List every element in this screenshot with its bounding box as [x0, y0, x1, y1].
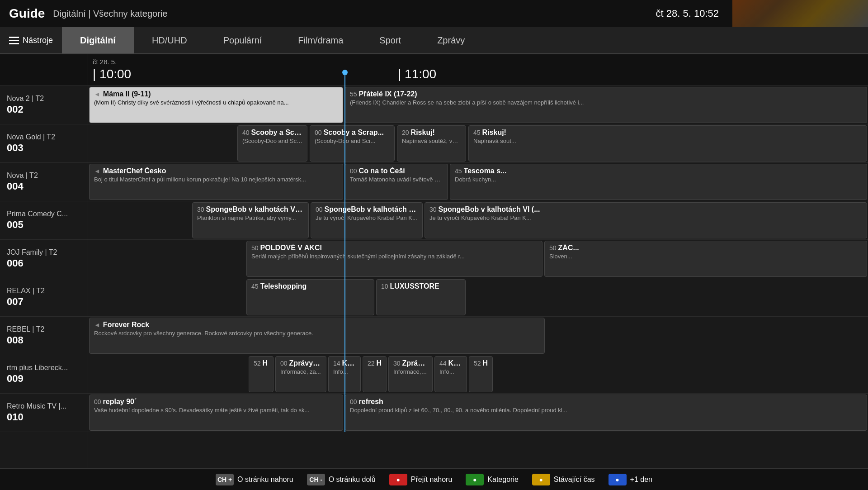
channel-006[interactable]: JOJ Family | T2 006	[0, 240, 88, 278]
timeline-header: čt 28. 5. | 10:00 | 11:00	[88, 54, 868, 86]
current-time-line	[344, 86, 345, 432]
channel-002-name: Nova 2 | T2	[7, 95, 81, 103]
channel-002[interactable]: Nova 2 | T2 002	[0, 86, 88, 124]
bottom-item-blue: ● +1 den	[609, 474, 652, 485]
bottom-item-green: ● Kategorie	[466, 474, 519, 485]
program-cell[interactable]: 55 Přátelé IX (17-22) (Friends IX) Chand…	[345, 87, 867, 123]
channel-010-name: Retro Music TV |...	[7, 402, 81, 410]
program-cell[interactable]: 52 Hr...	[469, 356, 493, 392]
bottom-label-red: Přejít nahoru	[411, 476, 453, 484]
channel-004-number: 004	[7, 181, 81, 192]
program-cell[interactable]: 45 Teleshopping	[246, 279, 374, 315]
channel-007[interactable]: RELAX | T2 007	[0, 278, 88, 317]
channel-009-name: rtm plus Libereck...	[7, 364, 81, 372]
channel-list: Nova 2 | T2 002 Nova Gold | T2 003 Nova …	[0, 54, 88, 468]
menu-button[interactable]: Nástroje	[0, 27, 62, 53]
program-cell[interactable]: 00 Scooby a Scrap... (Scooby-Doo and Scr…	[310, 125, 395, 162]
app-title: Guide	[9, 6, 45, 21]
channel-010[interactable]: Retro Music TV |... 010	[0, 394, 88, 432]
channel-004[interactable]: Nova | T2 004	[0, 163, 88, 201]
program-cell[interactable]: 45 Riskuj! Napínavá sout...	[468, 125, 867, 162]
program-cell[interactable]: ◄ Forever Rock Rockové srdcovky pro všec…	[89, 318, 545, 354]
bottom-item-ch-plus: CH + O stránku nahoru	[216, 474, 293, 485]
program-row-009: 52 Hr... 00 Zprávy z ... Informace, za..…	[88, 355, 868, 394]
channel-005[interactable]: Prima Comedy C... 005	[0, 201, 88, 240]
program-cell[interactable]: 30 SpongeBob v kalhotách VI (... Je tu v…	[425, 202, 867, 238]
channel-010-number: 010	[7, 411, 81, 423]
program-cell[interactable]: 00 replay 90´ Vaše hudební dopoledne s 9…	[89, 395, 343, 431]
badge-ch-plus: CH +	[216, 474, 234, 485]
channel-003-number: 003	[7, 142, 81, 154]
channel-008[interactable]: REBEL | T2 008	[0, 317, 88, 355]
channel-005-name: Prima Comedy C...	[7, 210, 81, 218]
timeline-time-1100: | 11:00	[398, 67, 436, 81]
program-cell[interactable]: ◄ Máma II (9-11) (Mom II) Christy díky s…	[89, 87, 343, 123]
preview-thumbnail	[732, 0, 868, 27]
program-cell[interactable]: 10 LUXUSSTORE	[376, 279, 466, 315]
program-row-002: ◄ Máma II (9-11) (Mom II) Christy díky s…	[88, 86, 868, 124]
bottom-label-green: Kategorie	[487, 476, 519, 484]
tab-news[interactable]: Zprávy	[419, 27, 483, 53]
program-cell[interactable]: 00 Zprávy z ... Informace, za...	[275, 356, 326, 392]
program-row-008: ◄ Forever Rock Rockové srdcovky pro všec…	[88, 317, 868, 355]
guide-container: Nova 2 | T2 002 Nova Gold | T2 003 Nova …	[0, 54, 868, 468]
program-cell[interactable]: 00 Co na to Češi Tomáš Matonoha uvádí sv…	[345, 164, 448, 200]
channel-006-name: JOJ Family | T2	[7, 248, 81, 257]
program-cell[interactable]: 44 Kra... Info...	[434, 356, 467, 392]
bottom-label-ch-minus: O stránku dolů	[329, 476, 376, 484]
channel-007-number: 007	[7, 296, 81, 308]
timeline-current-indicator	[344, 72, 345, 86]
program-cell[interactable]: 20 Riskuj! Napínavá soutěž, ve které Ja.…	[397, 125, 466, 162]
channel-002-number: 002	[7, 104, 81, 115]
tab-sport[interactable]: Sport	[361, 27, 419, 53]
program-cell[interactable]: 30 Zprávy z ... Informace, za...	[388, 356, 433, 392]
program-row-003: 40 Scooby a Scrapp... (Scooby-Doo and Sc…	[88, 124, 868, 163]
program-row-005: 30 SpongeBob v kalhotách VI (... Plankto…	[88, 201, 868, 240]
tab-hd[interactable]: HD/UHD	[134, 27, 205, 53]
channel-005-number: 005	[7, 219, 81, 231]
badge-blue: ●	[609, 474, 627, 485]
program-grid: čt 28. 5. | 10:00 | 11:00 ◄ Máma II (9-1…	[88, 54, 868, 468]
badge-red: ●	[389, 474, 407, 485]
bottom-label-ch-plus: O stránku nahoru	[237, 476, 293, 484]
channel-003[interactable]: Nova Gold | T2 003	[0, 124, 88, 163]
badge-yellow: ●	[532, 474, 550, 485]
channel-003-name: Nova Gold | T2	[7, 133, 81, 141]
tab-film[interactable]: Film/drama	[280, 27, 361, 53]
tab-digital[interactable]: Digitální	[62, 27, 134, 53]
timeline-time-1000: | 10:00	[93, 67, 131, 81]
channel-004-name: Nova | T2	[7, 171, 81, 180]
channel-008-number: 008	[7, 334, 81, 346]
bottom-bar: CH + O stránku nahoru CH - O stránku dol…	[0, 468, 868, 490]
program-cell[interactable]: 40 Scooby a Scrapp... (Scooby-Doo and Sc…	[237, 125, 307, 162]
program-row-007: 45 Teleshopping 10 LUXUSSTORE	[88, 278, 868, 317]
menu-label: Nástroje	[23, 36, 53, 45]
program-cell[interactable]: ◄ MasterChef Česko Boj o titul MasterChe…	[89, 164, 343, 200]
badge-green: ●	[466, 474, 484, 485]
channel-header	[0, 54, 88, 86]
program-cell[interactable]: 52 Hr...	[249, 356, 274, 392]
program-cell[interactable]: 00 refresh Dopolední proud klipů z let 6…	[345, 395, 867, 431]
timeline-dot	[342, 70, 348, 75]
program-row-004: ◄ MasterChef Česko Boj o titul MasterChe…	[88, 163, 868, 201]
channel-009[interactable]: rtm plus Libereck... 009	[0, 355, 88, 394]
program-cell[interactable]: 22 Hr...	[363, 356, 387, 392]
program-row-006: 50 POLDOVÉ V AKCI Seriál malých příběhů …	[88, 240, 868, 278]
program-cell[interactable]: 50 POLDOVÉ V AKCI Seriál malých příběhů …	[246, 241, 542, 277]
nav-bar: Nástroje Digitální HD/UHD Populární Film…	[0, 27, 868, 54]
program-row-010: 00 replay 90´ Vaše hudební dopoledne s 9…	[88, 394, 868, 432]
program-cell[interactable]: 45 Tescoma s... Dobrá kuchyn...	[450, 164, 867, 200]
bottom-item-yellow: ● Stávající čas	[532, 474, 595, 485]
program-cell[interactable]: 50 ZÁC... Sloven...	[544, 241, 867, 277]
tab-popular[interactable]: Populární	[205, 27, 280, 53]
program-cell[interactable]: 00 SpongeBob v kalhotách VI (... Je tu v…	[311, 202, 423, 238]
program-rows: ◄ Máma II (9-11) (Mom II) Christy díky s…	[88, 86, 868, 432]
app-subtitle: Digitální | Všechny kategorie	[53, 9, 167, 19]
channel-008-name: REBEL | T2	[7, 325, 81, 333]
badge-ch-minus: CH -	[307, 474, 325, 485]
channel-007-name: RELAX | T2	[7, 287, 81, 295]
bottom-label-yellow: Stávající čas	[554, 476, 595, 484]
bottom-item-red: ● Přejít nahoru	[389, 474, 453, 485]
program-cell[interactable]: 30 SpongeBob v kalhotách VI (... Plankto…	[192, 202, 309, 238]
top-bar: Guide Digitální | Všechny kategorie čt 2…	[0, 0, 868, 27]
